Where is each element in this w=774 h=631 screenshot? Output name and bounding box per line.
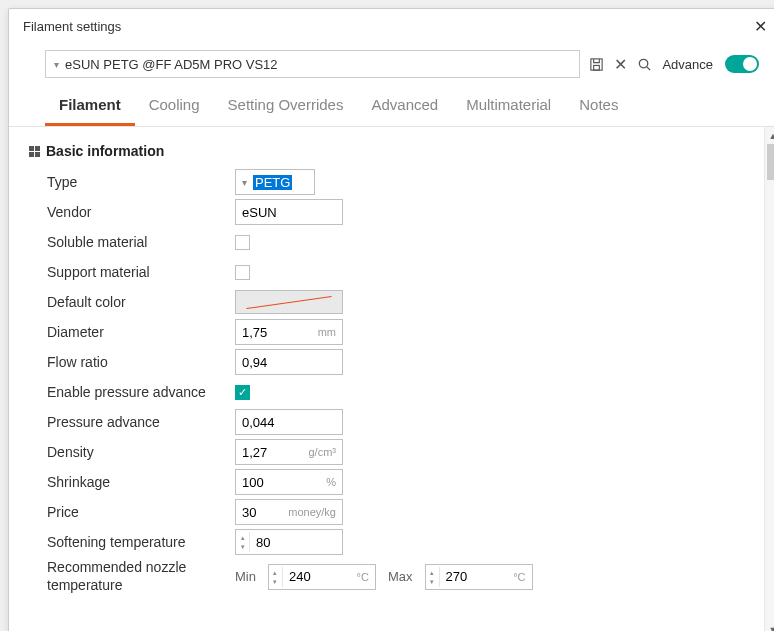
tab-advanced[interactable]: Advanced xyxy=(357,88,452,126)
advance-toggle[interactable] xyxy=(725,55,759,73)
shrinkage-input[interactable]: 100 % xyxy=(235,469,343,495)
price-input[interactable]: 30 money/kg xyxy=(235,499,343,525)
shrinkage-label: Shrinkage xyxy=(29,474,235,490)
preset-name: eSUN PETG @FF AD5M PRO VS12 xyxy=(65,57,278,72)
diameter-label: Diameter xyxy=(29,324,235,340)
toolbar: ▾ eSUN PETG @FF AD5M PRO VS12 ✕ Advance xyxy=(9,44,774,88)
advance-label: Advance xyxy=(662,57,713,72)
clear-icon[interactable]: ✕ xyxy=(612,56,628,72)
tab-filament[interactable]: Filament xyxy=(45,88,135,126)
type-dropdown[interactable]: ▾ PETG xyxy=(235,169,315,195)
soluble-label: Soluble material xyxy=(29,234,235,250)
nozzle-temp-label: Recommended nozzle temperature xyxy=(29,559,235,594)
tab-setting-overrides[interactable]: Setting Overrides xyxy=(214,88,358,126)
nozzle-max-stepper[interactable]: ▴▾ 270 °C xyxy=(425,564,533,590)
vendor-input[interactable]: eSUN xyxy=(235,199,343,225)
pa-label: Pressure advance xyxy=(29,414,235,430)
titlebar: Filament settings ✕ xyxy=(9,9,774,44)
price-label: Price xyxy=(29,504,235,520)
filament-settings-window: Filament settings ✕ ▾ eSUN PETG @FF AD5M… xyxy=(8,8,774,631)
search-icon[interactable] xyxy=(636,56,652,72)
min-label: Min xyxy=(235,569,256,584)
flow-ratio-label: Flow ratio xyxy=(29,354,235,370)
epa-label: Enable pressure advance xyxy=(29,384,235,400)
scrollbar[interactable]: ▲ ▼ xyxy=(764,127,774,631)
max-label: Max xyxy=(388,569,413,584)
content: Basic information Type ▾ PETG Vendor eSU… xyxy=(9,127,774,631)
epa-checkbox[interactable]: ✓ xyxy=(235,385,250,400)
scroll-up-icon[interactable]: ▲ xyxy=(765,127,774,144)
nozzle-min-stepper[interactable]: ▴▾ 240 °C xyxy=(268,564,376,590)
tab-multimaterial[interactable]: Multimaterial xyxy=(452,88,565,126)
vendor-label: Vendor xyxy=(29,204,235,220)
density-input[interactable]: 1,27 g/cm³ xyxy=(235,439,343,465)
section-basic-information: Basic information xyxy=(29,143,744,159)
close-icon[interactable]: ✕ xyxy=(754,17,767,36)
grid-icon xyxy=(29,146,40,157)
chevron-down-icon: ▾ xyxy=(54,59,59,70)
window-title: Filament settings xyxy=(23,19,121,34)
type-label: Type xyxy=(29,174,235,190)
preset-dropdown[interactable]: ▾ eSUN PETG @FF AD5M PRO VS12 xyxy=(45,50,580,78)
tab-bar: Filament Cooling Setting Overrides Advan… xyxy=(9,88,774,127)
diameter-input[interactable]: 1,75 mm xyxy=(235,319,343,345)
svg-rect-0 xyxy=(591,58,602,69)
scrollbar-thumb[interactable] xyxy=(767,144,774,180)
soft-temp-stepper[interactable]: ▴▾ 80 xyxy=(235,529,343,555)
chevron-down-icon: ▾ xyxy=(242,177,247,188)
pa-input[interactable]: 0,044 xyxy=(235,409,343,435)
tab-cooling[interactable]: Cooling xyxy=(135,88,214,126)
tab-notes[interactable]: Notes xyxy=(565,88,632,126)
soluble-checkbox[interactable] xyxy=(235,235,250,250)
svg-point-2 xyxy=(639,59,647,67)
svg-rect-1 xyxy=(594,65,600,70)
default-color-swatch[interactable] xyxy=(235,290,343,314)
default-color-label: Default color xyxy=(29,294,235,310)
flow-ratio-input[interactable]: 0,94 xyxy=(235,349,343,375)
scroll-down-icon[interactable]: ▼ xyxy=(765,621,774,631)
panel: Basic information Type ▾ PETG Vendor eSU… xyxy=(9,127,764,631)
save-icon[interactable] xyxy=(588,56,604,72)
support-checkbox[interactable] xyxy=(235,265,250,280)
soft-temp-label: Softening temperature xyxy=(29,534,235,550)
support-label: Support material xyxy=(29,264,235,280)
density-label: Density xyxy=(29,444,235,460)
